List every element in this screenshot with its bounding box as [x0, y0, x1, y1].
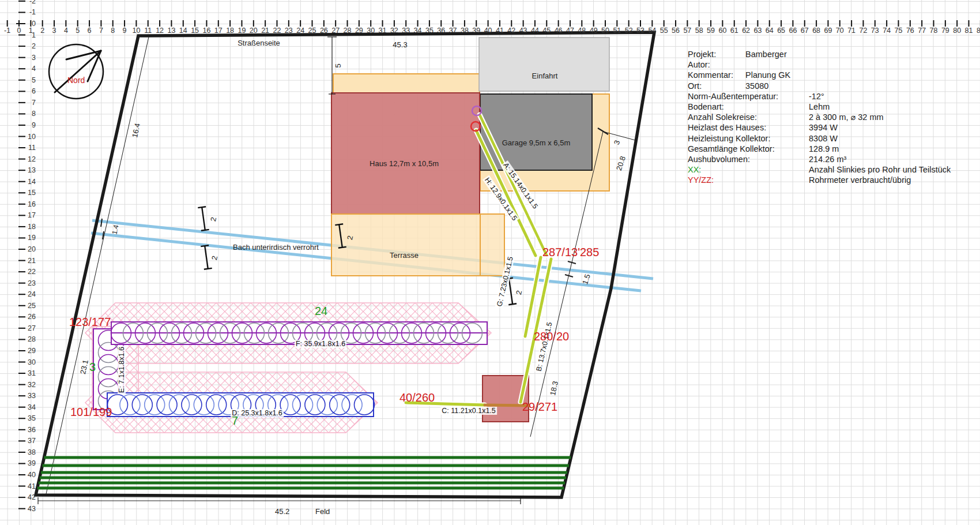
ruler-number-left: 2: [32, 42, 36, 50]
ruler-number-top: 30: [367, 27, 375, 35]
info-row-value: Bamberger: [745, 50, 787, 59]
ruler-number-top: 48: [578, 27, 586, 35]
ruler-number-top: 80: [953, 27, 961, 35]
ruler-number-top: 41: [496, 27, 504, 35]
ruler-number-top: 26: [320, 27, 328, 35]
house-label: Haus 12,7m x 10,5m: [370, 159, 439, 168]
pipe-c-under-structure[interactable]: [485, 405, 528, 406]
dim-bar-line: [198, 207, 206, 208]
ruler-number-left: 41: [28, 482, 36, 490]
ruler-number-top: 81: [965, 27, 973, 35]
ruler-number-top: 76: [906, 27, 914, 35]
dim-bar: [198, 207, 209, 231]
ruler-number-top: 60: [718, 27, 726, 35]
ruler-number-left: 25: [28, 302, 36, 310]
ruler-number-top: 73: [871, 27, 879, 35]
meter-label-287-13-285[interactable]: 287/13'285: [542, 246, 599, 259]
terrace-area[interactable]: [331, 214, 504, 276]
ruler-number-top: 53: [636, 27, 644, 35]
ruler-number-top: 51: [613, 27, 621, 35]
ruler-number-top: 20: [250, 27, 258, 35]
meter-label-40-260[interactable]: 40/260: [399, 391, 435, 404]
slinky-count-e[interactable]: 3: [89, 361, 96, 374]
info-row-label: Anzahl Solekreise:: [688, 112, 757, 122]
north-label: Nord: [67, 76, 85, 85]
ruler-number-left: -1: [29, 8, 36, 16]
dim-bar-line: [204, 268, 212, 269]
ruler-number-top: 17: [214, 27, 223, 35]
plan-canvas[interactable]: -2-1012345678910111213141516171819202122…: [0, 0, 980, 525]
ruler-number-left: 12: [28, 155, 36, 163]
garage-label: Garage 9,5m x 6,5m: [502, 138, 571, 147]
driveway-area[interactable]: [479, 38, 609, 91]
pipe-c-label[interactable]: C: 11.21x0.1x1.5: [440, 407, 497, 415]
ruler-number-top: 63: [753, 27, 762, 35]
ruler-number-top: 45: [542, 27, 551, 35]
ruler-number-left: 11: [28, 144, 36, 152]
meter-label-280-20[interactable]: 280/20: [534, 330, 569, 343]
ruler-number-top: 37: [449, 27, 457, 35]
ruler-number-top: 33: [402, 27, 410, 35]
info-row-label: Heizlast des Hauses:: [688, 123, 766, 132]
ruler-number-top: 39: [472, 27, 480, 35]
ruler-number-left: 5: [32, 76, 36, 84]
ruler-number-top: 29: [355, 27, 363, 35]
ruler-number-left: 40: [28, 471, 36, 479]
ruler-number-top: 21: [261, 27, 269, 35]
meter-label-123-177[interactable]: 123/177: [69, 316, 111, 329]
front-yard-strip[interactable]: [333, 74, 480, 93]
house-building[interactable]: [331, 93, 480, 214]
info-row-label: Gesamtlänge Kollektor:: [688, 144, 775, 153]
stream-label: Bach unterirdisch verrohrt: [233, 243, 319, 252]
ruler-number-top: 11: [144, 27, 152, 35]
ruler-number-top: 3: [52, 27, 56, 35]
ruler-number-top: 0: [17, 27, 21, 35]
ruler-number-top: 74: [883, 27, 891, 35]
ruler-number-top: 50: [601, 27, 609, 35]
ruler-number-top: 46: [555, 27, 563, 35]
meter-label-29-271[interactable]: 29/271: [522, 400, 557, 414]
ruler-number-top: 65: [777, 27, 785, 35]
info-row-label: XX:: [688, 165, 701, 174]
ruler-number-left: 27: [28, 324, 36, 332]
ruler-number-top: 59: [707, 27, 715, 35]
ruler-number-left: 10: [28, 133, 36, 141]
dim-bar-line: [202, 207, 205, 230]
ruler-number-top: 49: [590, 27, 598, 35]
ruler-number-top: 10: [132, 27, 140, 35]
trench-e-label[interactable]: E: 7.1x1.8x1.6: [118, 346, 126, 394]
ruler-number-top: 36: [437, 27, 445, 35]
ruler-number-top: 82: [977, 27, 980, 35]
ruler-number-top: 44: [531, 27, 539, 35]
trench-d-label[interactable]: D: 25.3x1.8x1.6: [231, 409, 284, 417]
ruler-number-left: 24: [28, 290, 36, 298]
ruler-number-top: 2: [40, 27, 44, 35]
ruler-number-top: 24: [296, 27, 304, 35]
ruler-number-left: 1: [32, 31, 36, 39]
meter-label-101-199[interactable]: 101/199: [70, 406, 112, 419]
ruler-number-left: 21: [28, 257, 36, 265]
slinky-count-d[interactable]: 7: [232, 414, 238, 427]
ruler-number-top: 19: [238, 27, 246, 35]
ruler-number-left: 35: [28, 414, 36, 422]
slinky-count-f[interactable]: 24: [315, 305, 327, 318]
ruler-number-top: 9: [123, 27, 127, 35]
ruler-number-left: 6: [32, 87, 36, 95]
info-row-value: -12°: [809, 92, 824, 101]
ruler-number-top: 55: [660, 27, 668, 35]
ruler-number-top: 43: [519, 27, 527, 35]
trench-f-label[interactable]: F: 35.9x1.8x1.6: [295, 340, 346, 348]
ruler-number-top: -1: [4, 27, 10, 35]
ruler-number-top: 12: [156, 27, 164, 35]
ruler-number-top: 15: [191, 27, 199, 35]
ruler-number-top: 75: [895, 27, 903, 35]
dim-bar-line: [509, 279, 512, 305]
garage-building[interactable]: [480, 94, 592, 170]
info-row-label: Projekt:: [688, 50, 716, 59]
ruler-number-left: 31: [28, 369, 36, 377]
ruler-number-top: 22: [273, 27, 281, 35]
street-side-label: Straßenseite: [238, 39, 280, 47]
ruler-number-left: 39: [28, 459, 36, 467]
plan-drawing: -2-1012345678910111213141516171819202122…: [0, 0, 980, 525]
ruler-number-left: 28: [28, 335, 36, 343]
